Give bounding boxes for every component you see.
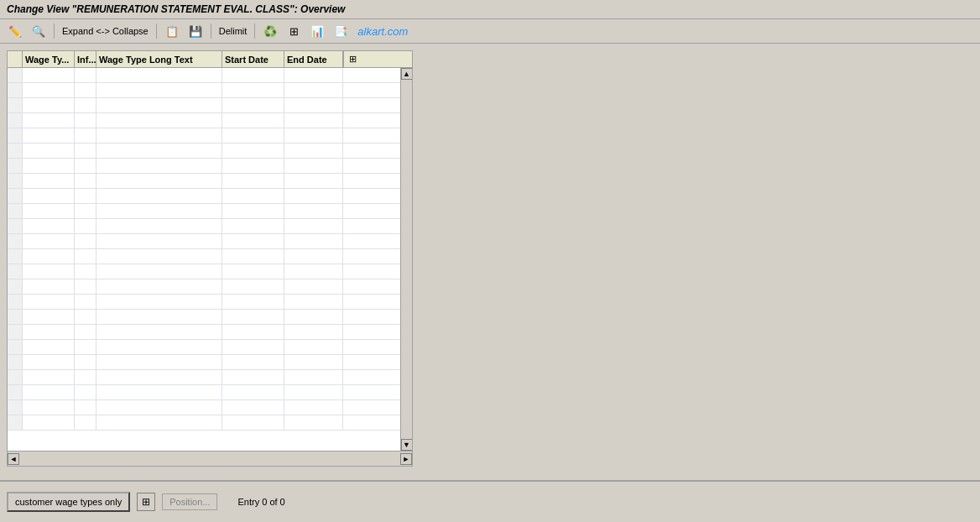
- row-checkbox[interactable]: [8, 144, 23, 158]
- row-checkbox[interactable]: [8, 279, 23, 294]
- row-checkbox[interactable]: [8, 264, 23, 279]
- row-cell: [96, 295, 222, 309]
- row-checkbox[interactable]: [8, 385, 23, 399]
- row-checkbox[interactable]: [8, 159, 23, 173]
- table-row[interactable]: [8, 234, 412, 249]
- row-cell: [222, 355, 284, 369]
- row-cell: [75, 385, 96, 399]
- status-bar: customer wage types only ⊞ Position... E…: [0, 480, 980, 522]
- toolbar-btn-5[interactable]: 📊: [307, 22, 327, 40]
- table-row[interactable]: [8, 204, 412, 219]
- col-header-start-date: Start Date: [222, 51, 284, 67]
- row-checkbox[interactable]: [8, 295, 23, 309]
- row-cell: [96, 279, 222, 294]
- table-row[interactable]: [8, 340, 412, 355]
- toolbar-btn-3[interactable]: ♻️: [260, 22, 280, 40]
- row-checkbox[interactable]: [8, 340, 23, 354]
- table-row[interactable]: [8, 295, 412, 310]
- row-cell: [222, 128, 284, 143]
- table-row[interactable]: [8, 144, 412, 159]
- row-checkbox[interactable]: [8, 189, 23, 203]
- row-checkbox[interactable]: [8, 415, 23, 430]
- toolbar-separator-3: [211, 23, 211, 39]
- row-cell: [222, 189, 284, 203]
- grid-icon: ⊞: [286, 23, 301, 39]
- position-btn[interactable]: Position...: [162, 493, 217, 510]
- toolbar-btn-2[interactable]: 🔍: [29, 22, 49, 40]
- row-checkbox[interactable]: [8, 219, 23, 233]
- delimit-btn[interactable]: Delimit: [216, 24, 250, 38]
- page-title: Change View "REMUNERATION STATEMENT EVAL…: [7, 3, 345, 15]
- table-row[interactable]: [8, 159, 412, 174]
- toolbar-btn-4[interactable]: ⊞: [284, 22, 304, 40]
- row-cell: [222, 295, 284, 309]
- row-cell: [284, 68, 343, 82]
- row-cell: [96, 325, 222, 339]
- toolbar-icon-6: 📑: [333, 23, 348, 39]
- table-row[interactable]: [8, 415, 412, 431]
- row-checkbox[interactable]: [8, 234, 23, 248]
- table-row[interactable]: [8, 174, 412, 189]
- settings-icon: ⊞: [349, 54, 357, 65]
- toolbar-icon-1: ✏️: [8, 23, 23, 39]
- table-row[interactable]: [8, 385, 412, 400]
- toolbar-btn-6[interactable]: 📑: [331, 22, 351, 40]
- table-row[interactable]: [8, 279, 412, 295]
- row-cell: [222, 219, 284, 233]
- table-row[interactable]: [8, 113, 412, 128]
- table-row[interactable]: [8, 68, 412, 83]
- table-row[interactable]: [8, 355, 412, 370]
- customer-wage-types-btn[interactable]: customer wage types only: [7, 492, 130, 512]
- row-cell: [284, 144, 343, 158]
- row-checkbox[interactable]: [8, 310, 23, 324]
- row-checkbox[interactable]: [8, 325, 23, 339]
- row-checkbox[interactable]: [8, 355, 23, 369]
- expand-collapse-btn[interactable]: Expand <-> Collapse: [60, 24, 151, 38]
- entry-info: Entry 0 of 0: [237, 497, 284, 507]
- row-checkbox[interactable]: [8, 370, 23, 384]
- row-checkbox[interactable]: [8, 249, 23, 264]
- position-icon-btn[interactable]: ⊞: [137, 493, 155, 511]
- table-row[interactable]: [8, 400, 412, 415]
- table-row[interactable]: [8, 264, 412, 279]
- table-row[interactable]: [8, 189, 412, 204]
- row-checkbox[interactable]: [8, 83, 23, 97]
- table-row[interactable]: [8, 325, 412, 340]
- table-row[interactable]: [8, 83, 412, 98]
- toolbar-btn-1[interactable]: ✏️: [5, 22, 25, 40]
- row-cell: [96, 264, 222, 279]
- row-cell: [75, 355, 96, 369]
- row-cell: [23, 204, 75, 218]
- table-row[interactable]: [8, 310, 412, 325]
- scroll-right-btn[interactable]: ►: [400, 453, 412, 465]
- row-cell: [222, 385, 284, 399]
- row-cell: [284, 204, 343, 218]
- col-settings-btn[interactable]: ⊞: [343, 51, 362, 67]
- row-checkbox[interactable]: [8, 68, 23, 82]
- table-row[interactable]: [8, 370, 412, 385]
- table-row[interactable]: [8, 219, 412, 234]
- row-checkbox[interactable]: [8, 204, 23, 218]
- horizontal-scrollbar[interactable]: ◄ ►: [8, 451, 412, 466]
- save-btn[interactable]: 💾: [185, 22, 206, 40]
- row-cell: [96, 159, 222, 173]
- row-checkbox[interactable]: [8, 128, 23, 143]
- table-row[interactable]: [8, 98, 412, 113]
- row-cell: [222, 310, 284, 324]
- row-cell: [96, 144, 222, 158]
- table-row[interactable]: [8, 128, 412, 144]
- scroll-down-btn[interactable]: ▼: [401, 439, 413, 451]
- row-checkbox[interactable]: [8, 400, 23, 415]
- row-checkbox[interactable]: [8, 113, 23, 128]
- row-checkbox[interactable]: [8, 174, 23, 188]
- copy-btn[interactable]: 📋: [162, 22, 182, 40]
- row-checkbox[interactable]: [8, 98, 23, 112]
- scroll-up-btn[interactable]: ▲: [401, 68, 413, 80]
- vertical-scrollbar[interactable]: ▲ ▼: [400, 68, 412, 451]
- table-row[interactable]: [8, 249, 412, 264]
- row-cell: [75, 400, 96, 415]
- row-cell: [23, 68, 75, 82]
- col-header-long-text: Wage Type Long Text: [96, 51, 222, 67]
- row-cell: [75, 189, 96, 203]
- scroll-left-btn[interactable]: ◄: [8, 453, 19, 465]
